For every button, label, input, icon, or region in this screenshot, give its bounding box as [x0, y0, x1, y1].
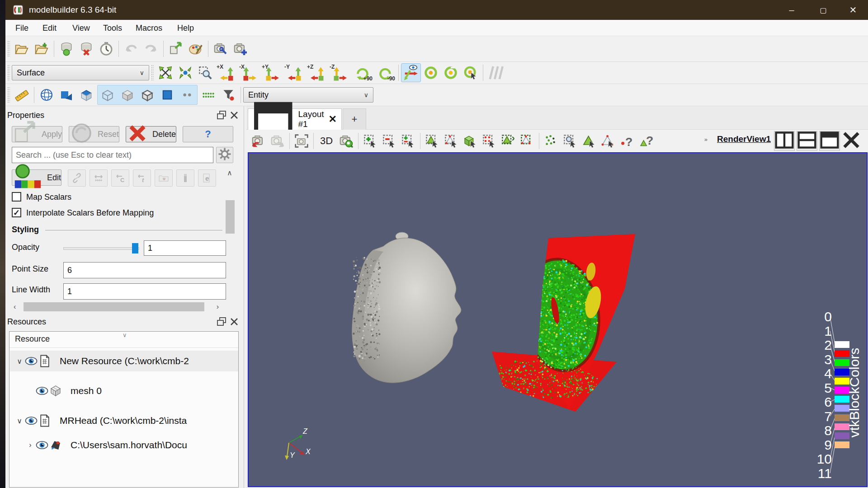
separate-colormap-button[interactable]: [68, 169, 86, 187]
visibility-eye-icon[interactable]: [24, 354, 38, 368]
properties-hscrollbar[interactable]: ‹ ›: [12, 301, 221, 312]
cube-shaded-button[interactable]: [118, 85, 137, 104]
dots-pair-button[interactable]: [177, 85, 197, 104]
capture-screenshot-button[interactable]: [292, 131, 311, 150]
tab-layout-1[interactable]: Layout #1 ✕: [248, 108, 342, 130]
float-panel-icon[interactable]: [215, 110, 228, 121]
chevron-down-icon[interactable]: ∨: [14, 417, 24, 425]
rotate-minus-90-button[interactable]: -90: [373, 63, 396, 82]
search-options-button[interactable]: [216, 147, 233, 163]
rescale-temporal-range-button[interactable]: t: [133, 169, 151, 187]
create-source-button[interactable]: [57, 39, 76, 58]
representation-select[interactable]: Surface ∨: [12, 65, 149, 80]
split-horizontal-button[interactable]: [797, 131, 817, 151]
camera-redo-button[interactable]: [268, 131, 287, 150]
redo-button[interactable]: [141, 39, 161, 58]
apply-button[interactable]: Apply: [12, 126, 62, 142]
menu-help[interactable]: Help: [173, 20, 198, 36]
tree-row-mesh0[interactable]: mesh 0: [10, 380, 239, 401]
select-block-button[interactable]: [461, 131, 480, 150]
camera-wrench-button[interactable]: [211, 39, 231, 58]
rotate-camera-pointer-button[interactable]: [461, 63, 481, 82]
scrollbar-thumb[interactable]: [226, 200, 235, 234]
rotate-plus-90-button[interactable]: +90: [351, 63, 373, 82]
selection-query-button[interactable]: ?: [618, 131, 637, 150]
menu-view[interactable]: View: [68, 20, 94, 36]
menu-macros[interactable]: Macros: [131, 20, 167, 36]
blue-square-button[interactable]: [157, 85, 177, 104]
opacity-input[interactable]: [144, 240, 226, 256]
visibility-eye-icon[interactable]: [35, 438, 49, 452]
tree-row-mrhead[interactable]: ∨ MRHead (C:\work\cmb-2\insta: [10, 410, 239, 431]
edit-colormap-button[interactable]: Edit: [12, 169, 61, 186]
zoom-closest-button[interactable]: [175, 63, 195, 82]
render-viewport[interactable]: Z X Y 01234567891011 vtkBlockColors: [248, 152, 868, 487]
menu-file[interactable]: File: [11, 20, 33, 36]
map-scalars-checkbox[interactable]: [12, 192, 21, 202]
tab-close-icon[interactable]: ✕: [329, 113, 337, 125]
undo-button[interactable]: [121, 39, 141, 58]
selection-filter-button[interactable]: [218, 85, 238, 104]
camera-add-button[interactable]: [231, 39, 250, 58]
zoom-to-fit-button[interactable]: [156, 63, 175, 82]
help-button[interactable]: ?: [183, 126, 233, 142]
visibility-eye-icon[interactable]: [24, 414, 38, 427]
chevron-right-icon[interactable]: ›: [25, 441, 35, 449]
view-plus-y-button[interactable]: +Y: [260, 63, 283, 82]
close-view-button[interactable]: [841, 131, 862, 151]
scroll-left-icon[interactable]: ‹: [14, 303, 16, 310]
rescale-custom-range-button[interactable]: C: [111, 169, 129, 187]
select-points-through-button[interactable]: [442, 131, 461, 150]
scrollbar-thumb[interactable]: [24, 302, 204, 311]
rotate-camera-cw-button[interactable]: [421, 63, 441, 82]
view-plus-z-button[interactable]: +Z: [306, 63, 328, 82]
chevron-down-icon[interactable]: ∨: [14, 357, 24, 366]
import-resource-button[interactable]: [32, 39, 52, 58]
color-palette-button[interactable]: [186, 39, 206, 58]
open-file-button[interactable]: [12, 39, 32, 58]
remove-source-button[interactable]: [76, 39, 96, 58]
hover-cells-button[interactable]: [580, 131, 599, 150]
camera-reset-button[interactable]: [249, 131, 268, 150]
select-cells-through-button[interactable]: [423, 131, 442, 150]
selection-query-cells-button[interactable]: ?: [637, 131, 656, 150]
visibility-eye-icon[interactable]: [35, 384, 49, 398]
green-grid-dots-button[interactable]: [198, 85, 218, 104]
zoom-to-selection-button[interactable]: [561, 131, 580, 150]
show-color-legend-button[interactable]: [176, 169, 194, 187]
maximize-view-button[interactable]: [819, 131, 840, 151]
close-button[interactable]: ✕: [840, 0, 866, 20]
tree-row-image-source[interactable]: › C:\Users\sam.horvath\Docu: [10, 435, 239, 455]
rescale-data-range-button[interactable]: [90, 169, 108, 187]
interpolate-checkbox[interactable]: [12, 208, 21, 217]
view-plus-x-button[interactable]: +X: [215, 63, 238, 82]
scroll-up-icon[interactable]: ∧: [227, 169, 232, 177]
select-cells-add-button[interactable]: [399, 131, 418, 150]
view-minus-x-button[interactable]: -X: [238, 63, 260, 82]
camera-zoom-data-button[interactable]: [337, 131, 356, 150]
select-points-on-button[interactable]: [380, 131, 399, 150]
select-block-points-button[interactable]: [480, 131, 499, 150]
cube-outline-button[interactable]: [98, 85, 118, 104]
zoom-to-box-button[interactable]: [195, 63, 215, 82]
view-minus-y-button[interactable]: -Y: [283, 63, 306, 82]
center-axes-visibility-button[interactable]: [401, 63, 421, 82]
volume-representation-button[interactable]: [76, 85, 96, 104]
hover-points-button[interactable]: [599, 131, 618, 150]
float-panel-icon[interactable]: [215, 316, 228, 327]
mesh-representation-button[interactable]: [37, 85, 57, 104]
view-minus-z-button[interactable]: -Z: [328, 63, 351, 82]
new-layout-tab[interactable]: +: [343, 108, 366, 130]
view-mode-3d-button[interactable]: 3D: [316, 135, 337, 147]
export-scene-button[interactable]: [166, 39, 186, 58]
scroll-right-icon[interactable]: ›: [217, 303, 219, 310]
rotate-camera-ccw-button[interactable]: [441, 63, 461, 82]
edit-color-legend-button[interactable]: e: [198, 169, 216, 187]
measure-ruler-button[interactable]: [12, 85, 32, 104]
menu-edit[interactable]: Edit: [38, 20, 61, 36]
opacity-slider-handle[interactable]: [132, 243, 138, 253]
parallel-lines-button[interactable]: [486, 63, 505, 82]
close-panel-icon[interactable]: [228, 316, 241, 327]
surface-representation-button[interactable]: [57, 85, 76, 104]
point-size-input[interactable]: [63, 262, 226, 278]
